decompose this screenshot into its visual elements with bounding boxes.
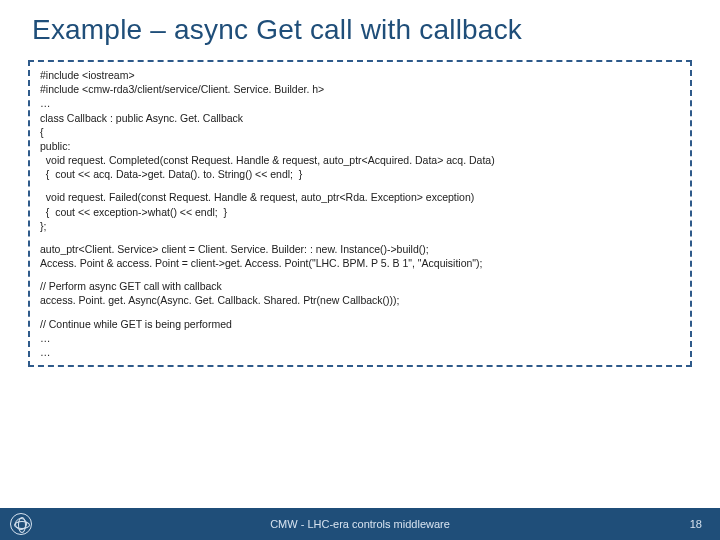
cern-logo-icon <box>10 513 32 535</box>
code-part-4: // Perform async GET call with callback … <box>40 279 680 307</box>
footer-bar: CMW - LHC-era controls middleware 18 <box>0 508 720 540</box>
code-part-2: void request. Failed(const Request. Hand… <box>40 190 680 233</box>
page-number: 18 <box>690 518 702 530</box>
code-part-1: #include <iostream> #include <cmw-rda3/c… <box>40 68 680 181</box>
code-block: #include <iostream> #include <cmw-rda3/c… <box>28 60 692 367</box>
code-part-3: auto_ptr<Client. Service> client = Clien… <box>40 242 680 270</box>
code-part-5: // Continue while GET is being performed… <box>40 317 680 360</box>
slide-title: Example – async Get call with callback <box>0 0 720 56</box>
footer-text: CMW - LHC-era controls middleware <box>270 518 450 530</box>
